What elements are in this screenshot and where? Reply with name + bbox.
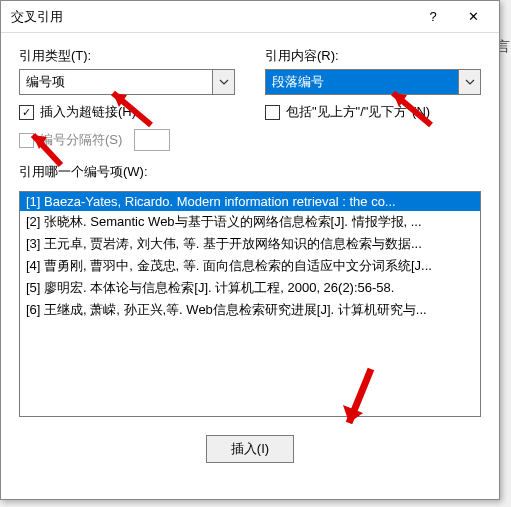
ref-content-label: 引用内容(R): <box>265 47 481 65</box>
ref-type-label: 引用类型(T): <box>19 47 235 65</box>
help-button[interactable]: ? <box>413 3 453 31</box>
number-separator-input <box>134 129 170 151</box>
close-icon: ✕ <box>468 9 479 24</box>
list-item[interactable]: [3] 王元卓, 贾岩涛, 刘大伟, 等. 基于开放网络知识的信息检索与数据..… <box>20 233 480 255</box>
dialog-title: 交叉引用 <box>11 8 413 26</box>
number-separator-label: 编号分隔符(S) <box>40 131 122 149</box>
ref-type-value: 编号项 <box>20 70 212 94</box>
list-item[interactable]: [1] Baeza-Yates, Ricardo. Modern informa… <box>20 192 480 211</box>
numbered-items-listbox[interactable]: [1] Baeza-Yates, Ricardo. Modern informa… <box>19 191 481 417</box>
include-above-below-label: 包括"见上方"/"见下方"(N) <box>286 103 430 121</box>
which-item-label: 引用哪一个编号项(W): <box>19 163 481 181</box>
dialog-footer: 插入(I) <box>19 435 481 463</box>
as-hyperlink-label: 插入为超链接(H) <box>40 103 136 121</box>
close-button[interactable]: ✕ <box>453 3 493 31</box>
help-icon: ? <box>429 9 436 24</box>
as-hyperlink-checkbox[interactable]: ✓ <box>19 105 34 120</box>
chevron-down-icon <box>219 77 229 87</box>
list-item[interactable]: [4] 曹勇刚, 曹羽中, 金茂忠, 等. 面向信息检索的自适应中文分词系统[J… <box>20 255 480 277</box>
chevron-down-icon <box>465 77 475 87</box>
list-item[interactable]: [6] 王继成, 萧嵘, 孙正兴,等. Web信息检索研究进展[J]. 计算机研… <box>20 299 480 321</box>
ref-type-combo[interactable]: 编号项 <box>19 69 235 95</box>
ref-type-dropdown-button[interactable] <box>212 70 234 94</box>
ref-content-combo[interactable]: 段落编号 <box>265 69 481 95</box>
list-item[interactable]: [2] 张晓林. Semantic Web与基于语义的网络信息检索[J]. 情报… <box>20 211 480 233</box>
as-hyperlink-row[interactable]: ✓ 插入为超链接(H) <box>19 103 235 121</box>
number-separator-row: 编号分隔符(S) <box>19 129 235 151</box>
include-above-below-checkbox[interactable] <box>265 105 280 120</box>
ref-content-dropdown-button[interactable] <box>458 70 480 94</box>
list-item[interactable]: [5] 廖明宏. 本体论与信息检索[J]. 计算机工程, 2000, 26(2)… <box>20 277 480 299</box>
number-separator-checkbox <box>19 133 34 148</box>
insert-button[interactable]: 插入(I) <box>206 435 294 463</box>
ref-content-value: 段落编号 <box>266 70 458 94</box>
cross-reference-dialog: 交叉引用 ? ✕ 引用类型(T): 编号项 ✓ 插入为超链接(H) <box>0 0 500 500</box>
titlebar: 交叉引用 ? ✕ <box>1 1 499 33</box>
include-above-below-row[interactable]: 包括"见上方"/"见下方"(N) <box>265 103 481 121</box>
